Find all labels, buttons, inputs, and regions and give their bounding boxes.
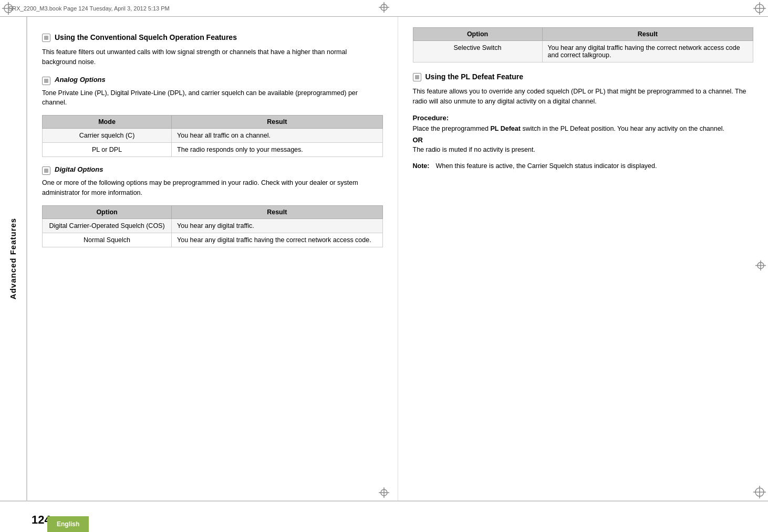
procedure-text: Place the preprogrammed PL Defeat switch… bbox=[413, 124, 754, 134]
option-row1-col1: Selective Switch bbox=[413, 41, 542, 62]
digital-row1-col1: Digital Carrier-Operated Squelch (COS) bbox=[43, 218, 172, 233]
digital-col1-header: Option bbox=[43, 205, 172, 218]
analog-row1-col1: Carrier squelch (C) bbox=[43, 129, 172, 143]
procedure-label: Procedure: bbox=[413, 114, 754, 122]
procedure-text2: switch in the PL Defeat position. You he… bbox=[521, 125, 724, 132]
analog-subsection-heading: Analog Options bbox=[42, 76, 383, 85]
corner-mark-tl bbox=[2, 2, 15, 15]
note-row: Note: When this feature is active, the C… bbox=[413, 161, 754, 171]
left-column: Using the Conventional Squelch Operation… bbox=[27, 17, 398, 500]
option-row1-col2: You hear any digital traffic having the … bbox=[542, 41, 753, 62]
digital-subsection-heading: Digital Options bbox=[42, 165, 383, 175]
digital-title: Digital Options bbox=[55, 165, 103, 173]
section-icon-analog bbox=[42, 77, 50, 85]
note-text: When this feature is active, the Carrier… bbox=[435, 161, 657, 171]
main-section-body: This feature filters out unwanted calls … bbox=[42, 47, 383, 67]
analog-row2-col2: The radio responds only to your messages… bbox=[172, 143, 382, 157]
table-row: Normal Squelch You hear any digital traf… bbox=[43, 233, 383, 247]
procedure-bold: PL Defeat bbox=[491, 125, 521, 132]
table-row: Carrier squelch (C) You hear all traffic… bbox=[43, 129, 383, 143]
section-icon-inner bbox=[44, 36, 48, 40]
note-label: Note: bbox=[413, 161, 430, 171]
main-section-heading: Using the Conventional Squelch Operation… bbox=[42, 33, 383, 42]
section-icon-main bbox=[42, 34, 50, 42]
section-icon-inner-digital bbox=[44, 169, 48, 173]
pl-defeat-body: This feature allows you to override any … bbox=[413, 87, 754, 107]
digital-row1-col2: You hear any digital traffic. bbox=[172, 218, 382, 233]
digital-row2-col2: You hear any digital traffic having the … bbox=[172, 233, 382, 247]
language-badge: English bbox=[47, 516, 89, 532]
section-icon-inner-analog bbox=[44, 79, 48, 83]
analog-body: Tone Private Line (PL), Digital Private-… bbox=[42, 88, 383, 108]
procedure-text1: Place the preprogrammed bbox=[413, 125, 491, 132]
digital-body: One or more of the following options may… bbox=[42, 178, 383, 198]
section-icon-inner-pl bbox=[415, 75, 419, 79]
corner-mark-tr bbox=[753, 2, 766, 15]
option-col2-header: Result bbox=[542, 28, 753, 41]
pl-defeat-title: Using the PL Defeat Feature bbox=[425, 72, 523, 81]
digital-table: Option Result Digital Carrier-Operated S… bbox=[42, 205, 383, 247]
main-section-title: Using the Conventional Squelch Operation… bbox=[55, 33, 237, 42]
section-icon-digital bbox=[42, 166, 50, 175]
digital-col2-header: Result bbox=[172, 205, 382, 218]
digital-row2-col1: Normal Squelch bbox=[43, 233, 172, 247]
analog-col2-header: Result bbox=[172, 116, 382, 129]
analog-row1-col2: You hear all traffic on a channel. bbox=[172, 129, 382, 143]
sidebar: Advanced Features bbox=[0, 17, 27, 500]
bottom-bar: 124 English bbox=[0, 500, 768, 532]
sidebar-label: Advanced Features bbox=[9, 218, 18, 299]
right-column: Option Result Selective Switch You hear … bbox=[398, 17, 769, 500]
main-content: Using the Conventional Squelch Operation… bbox=[27, 17, 768, 500]
table-row: Digital Carrier-Operated Squelch (COS) Y… bbox=[43, 218, 383, 233]
pl-defeat-heading: Using the PL Defeat Feature bbox=[413, 72, 754, 81]
analog-col1-header: Mode bbox=[43, 116, 172, 129]
table-row: Selective Switch You hear any digital tr… bbox=[413, 41, 753, 62]
section-icon-pl bbox=[413, 73, 421, 81]
language-label: English bbox=[57, 520, 79, 528]
analog-table: Mode Result Carrier squelch (C) You hear… bbox=[42, 115, 383, 157]
option-col1-header: Option bbox=[413, 28, 542, 41]
analog-title: Analog Options bbox=[55, 76, 106, 84]
table-row: PL or DPL The radio responds only to you… bbox=[43, 143, 383, 157]
mid-mark-top bbox=[379, 2, 389, 14]
option-result-table: Option Result Selective Switch You hear … bbox=[413, 27, 754, 62]
procedure-text3: The radio is muted if no activity is pre… bbox=[413, 145, 754, 155]
or-text: OR bbox=[413, 136, 754, 144]
header-text: SRX_2200_M3.book Page 124 Tuesday, April… bbox=[8, 5, 170, 12]
analog-row2-col1: PL or DPL bbox=[43, 143, 172, 157]
